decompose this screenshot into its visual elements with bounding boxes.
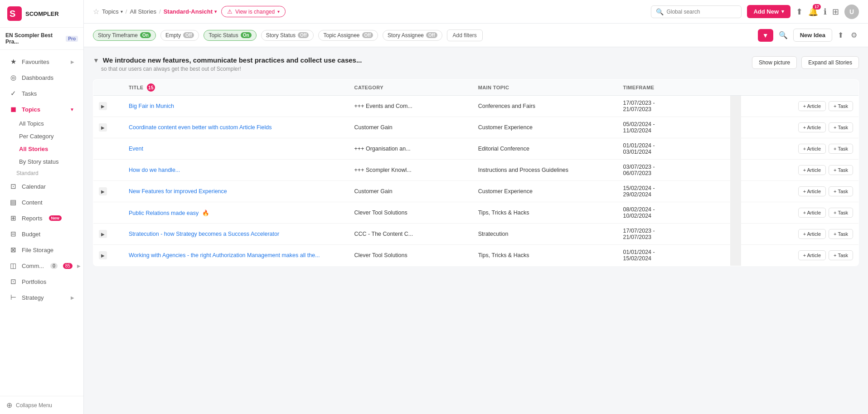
section-collapse-icon[interactable]: ▼ [93,57,99,64]
add-new-label: Add New [753,8,779,15]
add-article-button[interactable]: + Article [798,144,826,154]
add-task-button[interactable]: + Task [829,186,853,196]
add-article-button[interactable]: + Article [798,165,826,175]
add-task-button[interactable]: + Task [829,165,853,175]
story-main-topic: Tips, Tricks & Hacks [473,245,618,266]
export-icon-button[interactable]: ⬆ [836,29,845,41]
add-filters-button[interactable]: Add filters [447,29,483,41]
filter-chip-story-timeframe[interactable]: Story Timeframe On [93,30,156,41]
filter-chip-topic-assignee[interactable]: Topic Assignee Off [318,30,378,41]
sidebar-item-all-topics[interactable]: All Topics [3,117,81,130]
table-row: Public Relations made easy 🔥Clever Tool … [93,202,859,224]
sidebar-item-dashboards[interactable]: ◎ Dashboards [3,70,81,85]
reports-icon: ⊞ [9,214,17,222]
column-divider [730,224,741,245]
story-title-link[interactable]: Stratecution - how Strategy becomes a Su… [129,231,279,237]
timeframe-start: 05/02/2024 [623,121,652,127]
sidebar-navigation: ★ Favourites ▶ ◎ Dashboards ✓ Tasks ◼ To… [0,50,83,396]
sidebar-item-strategy[interactable]: ⊢ Strategy ▶ [3,290,81,305]
budget-icon: ⊟ [9,230,17,238]
row-expand-button[interactable]: ▶ [99,187,107,195]
add-task-button[interactable]: + Task [829,144,853,154]
search-input[interactable] [666,9,737,15]
tasks-icon: ✓ [9,89,17,97]
favourites-icon: ★ [9,58,17,66]
notifications-icon[interactable]: 🔔 17 [808,7,818,17]
help-icon[interactable]: ℹ [824,7,827,17]
filter-chip-empty[interactable]: Empty Off [160,30,199,41]
logo-area[interactable]: S SCOMPLER [0,0,83,28]
search-icon-button[interactable]: 🔍 [777,29,790,41]
add-article-button[interactable]: + Article [798,208,826,218]
story-timeframe: 03/07/2023 -06/07/2023 [618,160,731,181]
row-expand-button[interactable]: ▶ [99,230,107,238]
add-task-button[interactable]: + Task [829,101,853,111]
sidebar-item-label: Content [22,199,43,206]
timeframe-start: 01/01/2024 [623,249,652,255]
sidebar-item-portfolios[interactable]: ⊡ Portfolios [3,274,81,289]
scompler-logo-icon: S [7,6,22,21]
add-article-button[interactable]: + Article [798,186,826,196]
topbar: ☆ Topics ▾ / All Stories / Standard-Ansi… [84,0,868,24]
row-expand-button[interactable]: ▶ [99,102,107,110]
sidebar-item-all-stories[interactable]: All Stories [3,143,81,155]
active-filter-icon-button[interactable]: ▼ [758,29,773,42]
sidebar-item-content[interactable]: ▤ Content [3,195,81,210]
sidebar-item-by-story-status[interactable]: By Story status [3,156,81,168]
add-article-button[interactable]: + Article [798,122,826,132]
breadcrumb-topics[interactable]: Topics ▾ [102,8,123,15]
pro-badge: Pro [66,36,78,42]
show-picture-button[interactable]: Show picture [752,56,797,69]
timeframe-start: 08/02/2024 [623,206,652,213]
filter-chip-story-status[interactable]: Story Status Off [261,30,314,41]
add-task-button[interactable]: + Task [829,250,853,260]
table-body: ▶Big Fair in Munich+++ Events and Com...… [93,96,859,266]
share-icon[interactable]: ⬆ [796,7,803,17]
settings-icon-button[interactable]: ⚙ [849,29,859,41]
row-expand-button[interactable]: ▶ [99,123,107,132]
story-main-topic: Customer Experience [473,181,618,202]
add-article-button[interactable]: + Article [798,101,826,111]
story-title-link[interactable]: Public Relations made easy 🔥 [129,210,209,216]
timeframe-end: 03/01/2024 [623,149,652,155]
global-search[interactable]: 🔍 [651,5,742,18]
story-title-link[interactable]: How do we handle... [129,167,180,173]
sidebar-item-topics[interactable]: ◼ Topics ▼ [3,102,81,117]
sidebar-item-per-category[interactable]: Per Category [3,130,81,142]
sidebar-item-reports[interactable]: ⊞ Reports New [3,210,81,226]
user-avatar[interactable]: U [844,5,859,19]
filter-chip-topic-status[interactable]: Topic Status On [204,30,256,41]
sidebar-item-comm[interactable]: ◫ Comm... 0 85 ▶ [3,258,81,273]
story-title-link[interactable]: Event [129,146,143,152]
add-task-button[interactable]: + Task [829,122,853,132]
add-article-button[interactable]: + Article [798,229,826,239]
star-icon[interactable]: ☆ [93,7,99,16]
expand-all-stories-button[interactable]: Expand all Stories [801,56,859,69]
grid-icon[interactable]: ⊞ [832,7,839,17]
timeframe-start: 17/07/2023 [623,228,652,234]
story-title-link[interactable]: Working with Agencies - the right Author… [129,252,320,258]
breadcrumb-view[interactable]: Standard-Ansicht ▾ [164,8,217,15]
add-article-button[interactable]: + Article [798,250,826,260]
new-idea-button[interactable]: New Idea [793,29,832,42]
view-changed-button[interactable]: ⚠ View is changed ▾ [221,6,286,17]
add-task-button[interactable]: + Task [829,229,853,239]
sidebar-item-tasks[interactable]: ✓ Tasks [3,86,81,101]
search-icon: 🔍 [779,31,788,39]
sidebar-item-calendar[interactable]: ⊡ Calendar [3,179,81,194]
filter-chip-story-assignee[interactable]: Story Assignee Off [383,30,442,41]
story-title-link[interactable]: Coordinate content even better with cust… [129,124,272,131]
table-row: ▶Coordinate content even better with cus… [93,117,859,138]
workspace-selector[interactable]: EN Scompler Best Pra... Pro [0,28,83,50]
story-title-link[interactable]: Big Fair in Munich [129,103,174,109]
add-new-button[interactable]: Add New ▾ [747,5,790,18]
row-expand-button[interactable]: ▶ [99,251,107,259]
sidebar-item-budget[interactable]: ⊟ Budget [3,226,81,242]
breadcrumb-all-stories[interactable]: All Stories [130,8,156,15]
add-task-button[interactable]: + Task [829,208,853,218]
sidebar-item-file-storage[interactable]: ⊠ File Storage [3,242,81,258]
collapse-menu-button[interactable]: ⊕ Collapse Menu [6,401,77,409]
story-title-link[interactable]: New Features for improved Experience [129,188,227,195]
standard-view-label: Standard [0,168,83,178]
sidebar-item-favourites[interactable]: ★ Favourites ▶ [3,54,81,69]
